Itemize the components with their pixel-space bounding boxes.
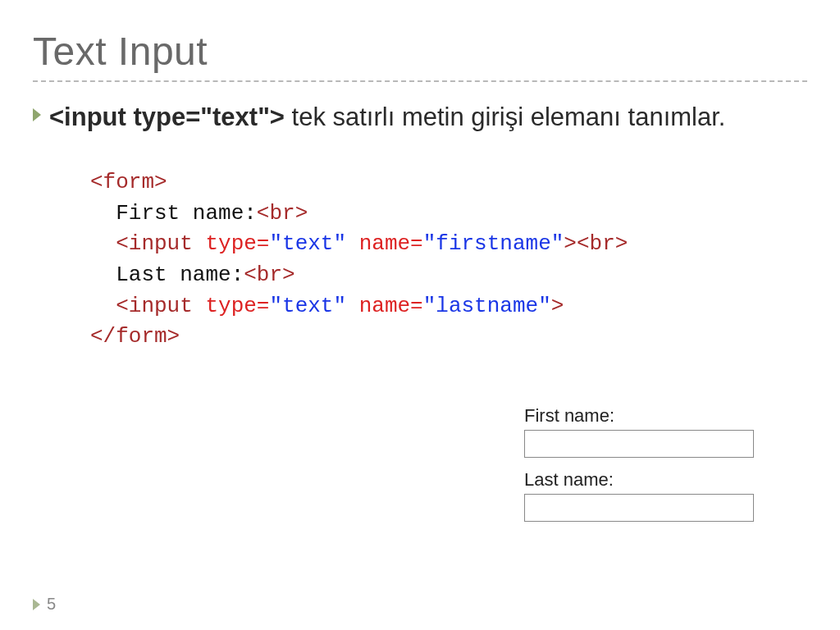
first-name-input[interactable] [524,430,754,458]
bullet-desc: tek satırlı metin girişi elemanı tanımla… [285,103,726,131]
footer: 5 [33,595,56,614]
code-tag: <input [90,294,193,318]
code-attr-val: "firstname" [423,231,564,256]
code-tag: <br> [577,231,628,256]
code-tag: <br> [257,201,308,226]
code-tag: <input [90,231,193,256]
code-attr-name: type= [193,294,270,318]
code-tag: </form> [90,324,180,349]
last-name-input[interactable] [524,494,754,522]
title-divider [33,80,807,82]
code-text: First name: [90,201,257,226]
code-tag: <br> [244,262,294,287]
code-attr-val: "lastname" [423,294,551,318]
code-tag: > [564,231,577,256]
bullet-text: <input type="text"> tek satırlı metin gi… [49,100,725,135]
code-block: <form> First name:<br> <input type="text… [90,167,807,353]
page-number: 5 [47,595,56,614]
bullet-code: <input type="text"> [49,103,285,131]
code-text: Last name: [90,262,244,287]
code-attr-val: "text" [269,231,346,256]
form-preview: First name: Last name: [524,402,754,533]
last-name-label: Last name: [524,469,754,491]
slide: Text Input <input type="text"> tek satır… [0,0,840,630]
code-attr-val: "text" [269,294,346,318]
bullet-item: <input type="text"> tek satırlı metin gi… [33,100,807,135]
footer-bullet-icon [33,599,40,610]
code-attr-name: name= [346,294,423,318]
code-tag: <form> [90,170,167,194]
bullet-icon [33,108,41,121]
code-attr-name: type= [193,231,270,256]
code-tag: > [551,294,564,318]
page-title: Text Input [33,29,807,74]
code-attr-name: name= [346,231,423,256]
first-name-label: First name: [524,405,754,427]
